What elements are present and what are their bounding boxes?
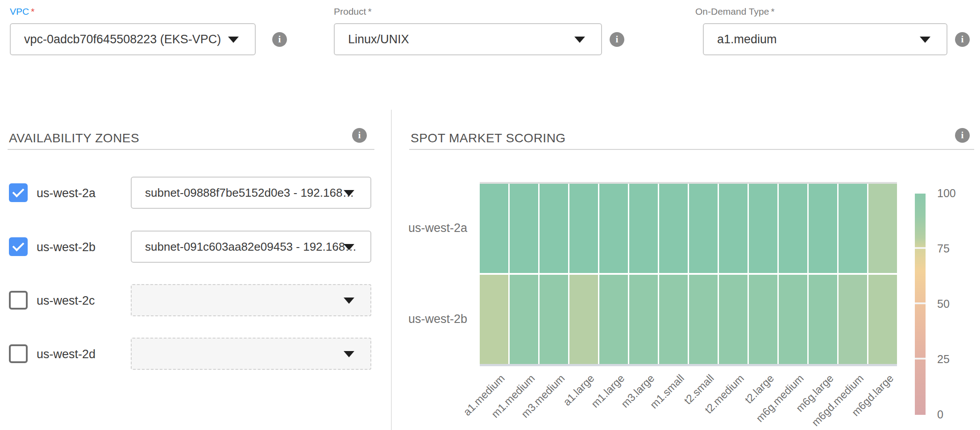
legend-tick-label-75: 75 [937, 242, 950, 255]
chevron-down-icon [228, 37, 239, 43]
heatmap-cell-us-west-2a-t2.medium[interactable] [719, 184, 747, 273]
spot-market-scoring-divider [409, 149, 974, 150]
heatmap-cell-us-west-2b-t2.medium[interactable] [719, 275, 747, 364]
heatmap-cell-us-west-2b-m6g.medium[interactable] [779, 275, 807, 364]
subnet-selected-value: subnet-091c603aa82e09453 - 192.168… [145, 240, 357, 254]
availability-zones-divider [8, 149, 374, 150]
legend-tick-label-0: 0 [937, 408, 943, 421]
heatmap-cell-us-west-2b-m6gd.medium[interactable] [839, 275, 867, 364]
legend-tick-label-25: 25 [937, 353, 950, 366]
check-icon [12, 240, 25, 252]
product-label-text: Product [334, 6, 366, 17]
required-asterisk: * [368, 6, 371, 17]
vpc-label-text: VPC [10, 6, 29, 17]
y-axis-label-us-west-2a: us-west-2a [393, 221, 467, 235]
heatmap-cell-us-west-2b-a1.large[interactable] [569, 275, 598, 364]
legend-color-bar [915, 194, 926, 415]
chevron-down-icon [344, 190, 354, 196]
required-asterisk: * [771, 6, 774, 17]
heatmap-cell-us-west-2b-m6gd.large[interactable] [868, 275, 897, 364]
product-selected-value: Linux/UNIX [348, 33, 409, 46]
heatmap-cell-us-west-2b-a1.medium[interactable] [480, 275, 508, 364]
heatmap-grid [480, 184, 897, 364]
vpc-selected-value: vpc-0adcb70f645508223 (EKS-VPC) [24, 33, 221, 46]
legend-break-25 [915, 358, 926, 360]
spot-market-scoring-title: SPOT MARKET SCORING [411, 131, 566, 145]
heatmap-cell-us-west-2a-m1.large[interactable] [599, 184, 628, 273]
subnet-selected-value: subnet-09888f7be5152d0e3 - 192.168… [145, 186, 354, 200]
chevron-down-icon [574, 37, 585, 43]
heatmap-cell-us-west-2b-t2.large[interactable] [749, 275, 777, 364]
heatmap-cell-us-west-2b-t2.small[interactable] [689, 275, 718, 364]
heatmap-cell-us-west-2a-m6g.medium[interactable] [779, 184, 807, 273]
heatmap-cell-us-west-2a-m1.small[interactable] [659, 184, 688, 273]
y-axis-label-us-west-2b: us-west-2b [393, 312, 467, 326]
on-demand-type-select[interactable]: a1.medium [703, 23, 947, 55]
zone-checkbox-us-west-2c[interactable] [9, 291, 28, 310]
panel-divider [391, 110, 392, 430]
vpc-label: VPC* [10, 6, 34, 17]
heatmap-cell-us-west-2a-m3.large[interactable] [629, 184, 658, 273]
heatmap-cell-us-west-2a-a1.medium[interactable] [480, 184, 508, 273]
heatmap-bottom-border [480, 364, 897, 366]
on-demand-type-label: On-Demand Type* [695, 6, 775, 17]
heatmap-cell-us-west-2a-m3.medium[interactable] [540, 184, 568, 273]
heatmap-cell-us-west-2a-t2.large[interactable] [749, 184, 777, 273]
on-demand-type-label-text: On-Demand Type [695, 6, 769, 17]
heatmap-cell-us-west-2a-a1.large[interactable] [569, 184, 598, 273]
on-demand-type-selected-value: a1.medium [717, 33, 777, 46]
required-asterisk: * [31, 6, 34, 17]
chevron-down-icon [344, 351, 354, 357]
chevron-down-icon [920, 37, 930, 43]
product-select[interactable]: Linux/UNIX [334, 23, 602, 55]
subnet-select-us-west-2a[interactable]: subnet-09888f7be5152d0e3 - 192.168… [131, 177, 371, 209]
zone-label: us-west-2d [37, 347, 96, 361]
legend-break-50 [915, 302, 926, 304]
subnet-select-us-west-2c[interactable] [131, 284, 371, 316]
heatmap-cell-us-west-2b-m1.medium[interactable] [510, 275, 538, 364]
chevron-down-icon [344, 244, 354, 250]
legend-break-75 [915, 247, 926, 249]
heatmap-cell-us-west-2b-m3.medium[interactable] [540, 275, 568, 364]
zone-label: us-west-2c [37, 294, 95, 308]
heatmap-cell-us-west-2a-m6gd.large[interactable] [868, 184, 897, 273]
product-label: Product* [334, 6, 372, 17]
check-icon [12, 186, 25, 198]
availability-zones-title: AVAILABILITY ZONES [9, 131, 139, 145]
heatmap-cell-us-west-2b-m1.large[interactable] [599, 275, 628, 364]
heatmap-cell-us-west-2a-m6g.large[interactable] [809, 184, 837, 273]
heatmap-cell-us-west-2a-m6gd.medium[interactable] [839, 184, 867, 273]
heatmap-cell-us-west-2a-t2.small[interactable] [689, 184, 718, 273]
legend-tick-label-100: 100 [937, 187, 956, 200]
heatmap-cell-us-west-2b-m6g.large[interactable] [809, 275, 837, 364]
heatmap-cell-us-west-2b-m1.small[interactable] [659, 275, 688, 364]
spot-console-screen: VPC* vpc-0adcb70f645508223 (EKS-VPC) Pro… [0, 0, 980, 430]
product-info-icon[interactable] [610, 32, 624, 47]
x-axis-label-m1.large: m1.large [589, 372, 627, 410]
vpc-select[interactable]: vpc-0adcb70f645508223 (EKS-VPC) [10, 23, 256, 55]
zone-checkbox-us-west-2a[interactable] [9, 183, 28, 202]
vpc-info-icon[interactable] [272, 32, 287, 47]
legend-tick-label-50: 50 [937, 298, 950, 310]
heatmap-cell-us-west-2b-m3.large[interactable] [629, 275, 658, 364]
subnet-select-us-west-2d[interactable] [131, 338, 371, 370]
zone-checkbox-us-west-2d[interactable] [9, 344, 28, 363]
zone-label: us-west-2a [37, 186, 96, 200]
zone-label: us-west-2b [37, 240, 96, 254]
spot-market-scoring-info-icon[interactable] [955, 128, 970, 143]
chevron-down-icon [344, 298, 354, 304]
availability-zones-info-icon[interactable] [352, 128, 367, 143]
zone-checkbox-us-west-2b[interactable] [9, 237, 28, 256]
on-demand-type-info-icon[interactable] [955, 32, 970, 47]
x-axis-label-m6gd.medium: m6gd.medium [809, 372, 866, 429]
subnet-select-us-west-2b[interactable]: subnet-091c603aa82e09453 - 192.168… [131, 231, 371, 263]
heatmap-cell-us-west-2a-m1.medium[interactable] [510, 184, 538, 273]
